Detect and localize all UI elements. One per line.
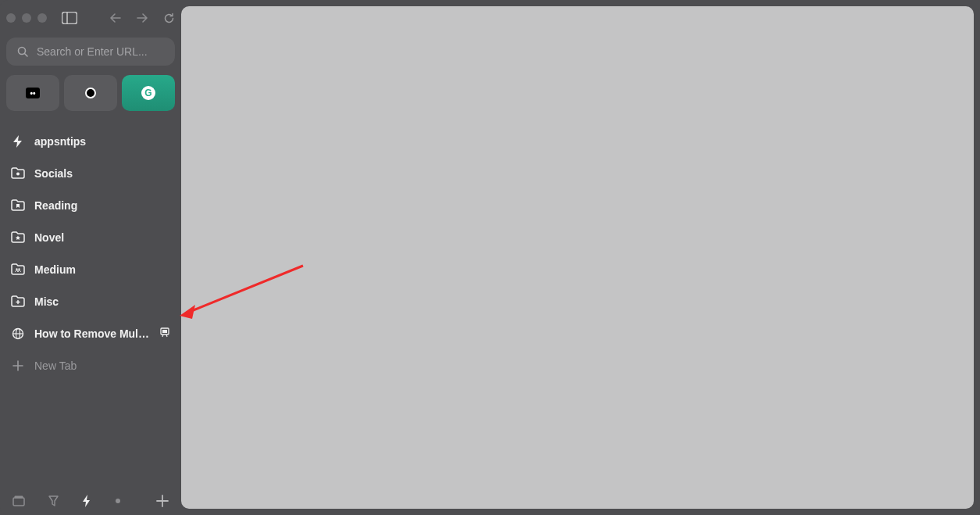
folder-people-icon — [11, 263, 25, 277]
svg-point-16 — [116, 499, 120, 503]
sidebar-item-label: How to Remove Multi... — [34, 327, 150, 340]
main-content — [181, 0, 980, 515]
arrow-right-icon — [137, 13, 148, 23]
easel-icon — [159, 327, 170, 341]
minimize-window-button[interactable] — [22, 13, 31, 23]
sidebar-item-misc[interactable]: Misc — [6, 285, 175, 317]
filter-button[interactable] — [48, 495, 59, 507]
back-button[interactable] — [110, 13, 121, 23]
sidebar-item-label: Novel — [34, 231, 170, 244]
svg-point-4 — [16, 173, 20, 176]
sidebar-item-label: Reading — [34, 199, 170, 212]
reload-icon — [163, 13, 175, 24]
folder-star-icon — [11, 231, 25, 245]
sidebar-item-novel[interactable]: Novel — [6, 221, 175, 253]
archive-button[interactable] — [12, 495, 25, 507]
forward-button[interactable] — [137, 13, 148, 23]
maximize-window-button[interactable] — [37, 13, 47, 23]
pinned-app-medium[interactable]: •• — [6, 75, 59, 111]
content-area — [181, 6, 974, 509]
svg-rect-11 — [162, 330, 167, 333]
bolt-button[interactable] — [82, 495, 91, 507]
sidebar-item-label: Medium — [34, 263, 170, 276]
folder-bookmark-icon — [11, 198, 25, 213]
archive-icon — [12, 495, 25, 507]
search-icon — [17, 46, 29, 58]
plus-icon — [156, 495, 169, 507]
search-input[interactable]: Search or Enter URL... — [6, 38, 175, 66]
bottom-bar — [6, 490, 175, 509]
circle-icon — [84, 86, 98, 100]
folder-plus-icon — [11, 295, 25, 309]
sidebar: Search or Enter URL... •• G appsntips — [0, 0, 181, 515]
sidebar-icon — [62, 12, 77, 24]
grammarly-icon: G — [141, 86, 155, 100]
globe-icon — [11, 327, 25, 341]
add-button[interactable] — [156, 495, 169, 507]
toggle-sidebar-button[interactable] — [61, 11, 78, 25]
sidebar-item-medium[interactable]: Medium — [6, 253, 175, 285]
pinned-app-circle[interactable] — [64, 75, 117, 111]
sidebar-item-reading[interactable]: Reading — [6, 189, 175, 221]
space-indicator[interactable] — [115, 498, 121, 504]
bottom-left-group — [12, 495, 121, 507]
sidebar-item-label: Socials — [34, 167, 170, 180]
svg-rect-14 — [13, 498, 24, 506]
sidebar-list: appsntips Socials Reading Novel Medium — [6, 125, 175, 381]
new-tab-label: New Tab — [34, 359, 170, 372]
new-tab-button[interactable]: New Tab — [6, 349, 175, 381]
svg-rect-15 — [15, 496, 23, 499]
filter-icon — [48, 495, 59, 507]
reload-button[interactable] — [163, 13, 175, 24]
dot-icon — [115, 498, 121, 504]
traffic-lights — [6, 13, 47, 23]
search-placeholder: Search or Enter URL... — [37, 45, 148, 58]
svg-point-5 — [16, 268, 17, 270]
sidebar-item-how-to-remove[interactable]: How to Remove Multi... — [6, 317, 175, 349]
sidebar-item-socials[interactable]: Socials — [6, 157, 175, 189]
medium-icon: •• — [26, 86, 40, 100]
svg-line-3 — [25, 53, 28, 56]
arrow-left-icon — [110, 13, 121, 23]
svg-point-6 — [18, 268, 20, 270]
sidebar-item-appsntips[interactable]: appsntips — [6, 125, 175, 157]
folder-camera-icon — [11, 166, 25, 181]
close-window-button[interactable] — [6, 13, 16, 23]
nav-controls — [110, 13, 175, 24]
svg-rect-0 — [62, 13, 77, 24]
sidebar-item-label: appsntips — [34, 135, 170, 148]
sidebar-item-label: Misc — [34, 295, 170, 308]
bolt-icon — [82, 495, 91, 507]
pinned-app-grammarly[interactable]: G — [122, 75, 175, 111]
pinned-apps: •• G — [6, 75, 175, 111]
plus-icon — [11, 359, 25, 373]
top-bar — [6, 8, 175, 28]
bolt-icon — [11, 134, 25, 148]
